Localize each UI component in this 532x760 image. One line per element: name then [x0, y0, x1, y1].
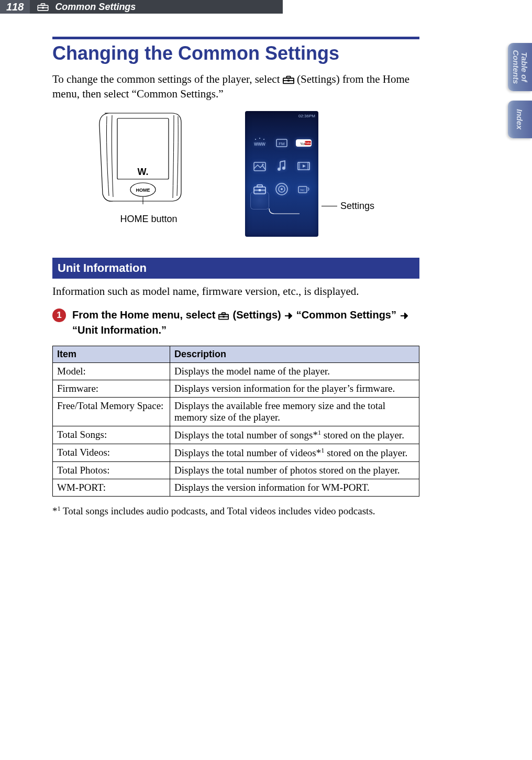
table-row: Total Songs:Displays the total number of…: [53, 426, 419, 444]
device-figure: W. HOME HOME button: [94, 111, 203, 225]
svg-text:NC: NC: [300, 188, 305, 192]
svg-rect-7: [287, 80, 290, 82]
page-content: Changing the Common Settings To change t…: [0, 14, 532, 517]
fm-icon: FM: [274, 136, 290, 150]
intro-paragraph: To change the common settings of the pla…: [52, 72, 419, 102]
toolbox-icon: [37, 3, 49, 11]
page-number: 118: [0, 0, 30, 14]
menu-panel: 02:36PM www FM YouTube: [245, 111, 374, 237]
table-row: Free/Total Memory Space:Displays the ava…: [53, 397, 419, 426]
side-tabs: Table of Contents Index: [508, 43, 532, 138]
svg-text:FM: FM: [279, 141, 285, 146]
svg-rect-29: [308, 162, 309, 170]
photos-icon: [252, 159, 268, 173]
header-bar: 118 Common Settings: [0, 0, 532, 14]
settings-highlight: [250, 192, 269, 210]
desc-cell: Displays the available free memory size …: [170, 397, 419, 426]
svg-rect-5: [286, 76, 290, 79]
toc-tab-label: Table of Contents: [512, 50, 528, 84]
svg-rect-31: [257, 185, 262, 187]
menu-icons: www FM YouTube: [251, 136, 312, 196]
svg-point-14: [259, 138, 260, 139]
table-row: Firmware:Displays version information fo…: [53, 380, 419, 397]
svg-rect-28: [298, 162, 300, 170]
footnote: *1 Total songs includes audio podcasts, …: [52, 505, 419, 517]
svg-point-23: [262, 163, 264, 165]
index-tab[interactable]: Index: [508, 101, 532, 138]
youtube-icon: YouTube: [296, 136, 312, 150]
step-b: (Settings): [230, 309, 284, 321]
item-cell: Firmware:: [53, 380, 170, 397]
videos-icon: [296, 159, 312, 173]
table-row: Total Photos:Displays the total number o…: [53, 462, 419, 479]
section-intro: Information such as model name, firmware…: [52, 285, 419, 298]
desc-cell: Displays the total number of songs*1 sto…: [170, 426, 419, 444]
callout-connector: [268, 207, 300, 215]
table-row: Total Videos:Displays the total number o…: [53, 444, 419, 462]
toolbox-icon: [218, 309, 230, 318]
desc-cell: Displays the total number of photos stor…: [170, 462, 419, 479]
svg-rect-33: [259, 189, 261, 191]
home-menu-screen: 02:36PM www FM YouTube: [245, 111, 318, 237]
step-a: From the Home menu, select: [72, 309, 218, 321]
callout-label: Settings: [340, 201, 374, 212]
rule-line: [52, 37, 419, 39]
th-item: Item: [53, 346, 170, 362]
svg-rect-42: [223, 316, 224, 317]
home-button-text: HOME: [136, 188, 150, 193]
toc-tab[interactable]: Table of Contents: [508, 43, 532, 91]
step-c: “Common Settings”: [293, 309, 399, 321]
device-svg: W. HOME: [94, 111, 203, 211]
item-cell: Total Photos:: [53, 462, 170, 479]
page-title: Changing the Common Settings: [52, 42, 419, 64]
intro-pre: To change the common settings of the pla…: [52, 73, 283, 85]
svg-text:www: www: [253, 141, 265, 147]
svg-rect-40: [222, 313, 226, 314]
svg-point-15: [263, 139, 264, 140]
step-badge: 1: [52, 309, 66, 322]
browser-icon: www: [252, 136, 268, 150]
table-header-row: Item Description: [53, 346, 419, 362]
podcast-icon: [274, 182, 290, 196]
item-cell: WM-PORT:: [53, 479, 170, 497]
svg-rect-1: [41, 4, 45, 6]
desc-cell: Displays version information for the pla…: [170, 380, 419, 397]
item-cell: Total Songs:: [53, 426, 170, 444]
step-text: From the Home menu, select (Settings) “C…: [72, 307, 419, 337]
arrow-icon: [401, 308, 408, 323]
table-row: Model:Displays the model name of the pla…: [53, 362, 419, 380]
item-cell: Free/Total Memory Space:: [53, 397, 170, 426]
desc-cell: Displays the total number of videos*1 st…: [170, 444, 419, 462]
breadcrumb-text: Common Settings: [55, 2, 136, 13]
item-cell: Model:: [53, 362, 170, 380]
svg-point-13: [255, 139, 256, 140]
svg-point-25: [282, 167, 285, 170]
index-tab-label: Index: [516, 109, 524, 129]
header-fade: [283, 0, 532, 14]
th-desc: Description: [170, 346, 419, 362]
header-breadcrumb: Common Settings: [37, 2, 136, 13]
home-button-label: HOME button: [120, 214, 177, 225]
callout-line: [322, 206, 337, 206]
toolbox-icon: [283, 73, 294, 83]
item-cell: Total Videos:: [53, 444, 170, 462]
music-icon: [274, 159, 290, 173]
unit-info-table: Item Description Model:Displays the mode…: [52, 346, 419, 497]
step-row: 1 From the Home menu, select (Settings) …: [52, 307, 419, 337]
arrow-icon: [285, 308, 292, 323]
section-header: Unit Information: [52, 258, 419, 279]
svg-rect-3: [42, 7, 45, 9]
menu-clock: 02:36PM: [298, 114, 315, 118]
noise-cancel-icon: NC: [296, 182, 312, 196]
table-row: WM-PORT:Displays the version information…: [53, 479, 419, 497]
svg-text:W.: W.: [138, 167, 149, 177]
figures-row: W. HOME HOME button 02:36PM www: [94, 111, 419, 237]
footnote-marker: *: [52, 506, 58, 517]
desc-cell: Displays the version information for WM-…: [170, 479, 419, 497]
footnote-text: Total songs includes audio podcasts, and…: [61, 506, 375, 517]
desc-cell: Displays the model name of the player.: [170, 362, 419, 380]
svg-point-36: [281, 188, 283, 190]
step-d: “Unit Information.”: [72, 324, 167, 336]
svg-text:Tube: Tube: [304, 141, 312, 145]
